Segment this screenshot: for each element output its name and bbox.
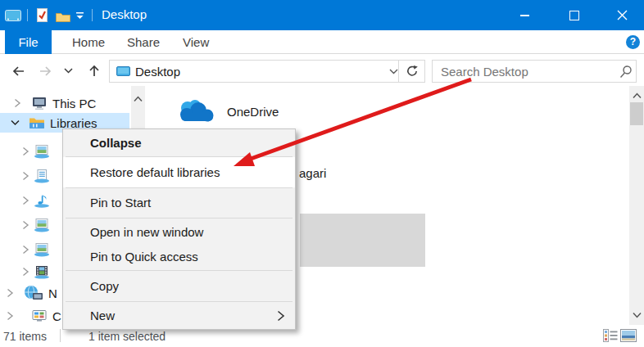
customize-quick-access-toolbar-icon[interactable] xyxy=(76,12,84,20)
new-folder-quick-access-icon[interactable] xyxy=(56,11,70,22)
scroll-up-icon[interactable] xyxy=(134,96,143,102)
sidebar-item-label: C xyxy=(52,309,61,323)
expander-collapsed-icon[interactable] xyxy=(14,98,21,108)
properties-quick-access-icon[interactable] xyxy=(37,8,48,22)
address-dropdown-chevron-icon[interactable] xyxy=(389,69,398,74)
expander-collapsed-icon[interactable] xyxy=(22,245,29,255)
search-box xyxy=(432,60,637,83)
minimize-button[interactable] xyxy=(506,0,543,30)
title-bar: Desktop xyxy=(0,0,644,30)
minimize-icon xyxy=(520,15,529,16)
selected-item-highlight[interactable] xyxy=(300,214,425,267)
sidebar-item-pictures[interactable] xyxy=(0,215,55,235)
sidebar-scrollbar[interactable] xyxy=(131,86,145,128)
sidebar-item-label: N xyxy=(48,286,57,300)
up-icon[interactable] xyxy=(87,64,102,79)
tab-home[interactable]: Home xyxy=(64,30,113,54)
sidebar-item-label: Libraries xyxy=(50,116,98,130)
large-icons-view-icon xyxy=(620,329,637,342)
help-button[interactable]: ? xyxy=(626,35,640,49)
sidebar-item-music[interactable] xyxy=(0,191,55,210)
context-menu: Collapse Restore default libraries Pin t… xyxy=(62,128,296,330)
address-bar[interactable]: Desktop xyxy=(109,60,425,83)
expander-collapsed-icon[interactable] xyxy=(7,311,14,321)
search-input[interactable] xyxy=(433,61,621,82)
recent-locations-chevron-icon[interactable] xyxy=(64,68,73,74)
expander-collapsed-icon[interactable] xyxy=(22,146,29,156)
address-bar-divider xyxy=(398,61,399,82)
camera-roll-library-icon xyxy=(34,145,50,159)
sidebar-item-videos[interactable] xyxy=(0,262,55,282)
sidebar-item-documents[interactable] xyxy=(0,166,55,186)
content-scrollbar[interactable] xyxy=(629,86,644,325)
expander-collapsed-icon[interactable] xyxy=(7,288,14,298)
statusbar-divider xyxy=(60,329,61,342)
desktop-location-icon xyxy=(116,66,130,77)
sidebar-item-control-panel[interactable]: C xyxy=(0,306,61,326)
pictures-library-icon xyxy=(34,219,50,232)
large-icons-view-button[interactable] xyxy=(619,327,637,345)
expander-collapsed-icon[interactable] xyxy=(22,196,29,205)
sidebar-item-this-pc[interactable]: This PC xyxy=(0,93,96,113)
details-view-button[interactable] xyxy=(601,327,619,345)
navigation-bar: Desktop xyxy=(0,54,644,86)
scroll-up-icon[interactable] xyxy=(633,92,642,99)
network-icon xyxy=(23,285,43,302)
search-icon[interactable] xyxy=(619,65,632,79)
submenu-arrow-icon xyxy=(277,310,285,322)
selection-count: 1 item selected xyxy=(88,330,166,343)
file-item-partial-label[interactable]: agari xyxy=(299,166,326,180)
control-panel-icon xyxy=(31,309,48,323)
maximize-icon xyxy=(569,11,579,20)
window-title: Desktop xyxy=(102,7,147,21)
details-view-icon xyxy=(603,329,618,342)
sidebar-item-network[interactable]: N xyxy=(0,282,57,304)
context-menu-item-collapse[interactable]: Collapse xyxy=(63,129,295,156)
expander-expanded-icon[interactable] xyxy=(11,119,20,126)
context-menu-item-new[interactable]: New xyxy=(63,302,295,329)
titlebar-separator xyxy=(27,9,28,21)
this-pc-icon xyxy=(31,97,48,110)
refresh-icon[interactable] xyxy=(406,65,419,78)
file-item-onedrive[interactable]: OneDrive xyxy=(176,96,299,127)
documents-library-icon xyxy=(34,169,50,183)
item-count: 71 items xyxy=(3,330,47,343)
sidebar-item-saved-pictures[interactable] xyxy=(0,240,55,259)
tab-share[interactable]: Share xyxy=(119,30,168,54)
onedrive-cloud-icon xyxy=(176,98,215,125)
context-menu-item-open-in-new-window[interactable]: Open in new window xyxy=(63,219,295,245)
ribbon-tab-bar: File Home Share View xyxy=(0,30,644,54)
context-menu-item-copy[interactable]: Copy xyxy=(63,271,295,301)
expander-collapsed-icon[interactable] xyxy=(22,171,29,181)
music-library-icon xyxy=(34,194,50,208)
expander-collapsed-icon[interactable] xyxy=(22,267,29,277)
maximize-button[interactable] xyxy=(556,0,593,30)
saved-pictures-library-icon xyxy=(34,243,50,257)
tab-file[interactable]: File xyxy=(5,30,52,54)
explorer-window: Desktop File Home Share View ? xyxy=(0,0,644,347)
close-button[interactable] xyxy=(603,0,641,30)
explorer-window-icon xyxy=(5,10,21,22)
address-location: Desktop xyxy=(135,65,180,79)
tab-view[interactable]: View xyxy=(175,30,217,54)
sidebar-item-camera-roll[interactable] xyxy=(0,142,55,161)
close-icon xyxy=(617,10,628,20)
titlebar-separator xyxy=(92,9,93,21)
menu-item-label: New xyxy=(90,309,115,322)
libraries-icon xyxy=(29,116,45,129)
scroll-down-icon[interactable] xyxy=(633,312,642,318)
forward-icon[interactable] xyxy=(38,64,52,79)
file-item-label: OneDrive xyxy=(227,105,279,119)
expander-collapsed-icon[interactable] xyxy=(22,220,29,230)
back-icon[interactable] xyxy=(11,64,26,79)
scrollbar-thumb[interactable] xyxy=(630,102,643,125)
context-menu-item-restore-default-libraries[interactable]: Restore default libraries xyxy=(63,157,295,187)
sidebar-item-label: This PC xyxy=(52,97,96,110)
videos-library-icon xyxy=(34,265,50,279)
context-menu-item-pin-to-quick-access[interactable]: Pin to Quick access xyxy=(63,245,295,270)
context-menu-item-pin-to-start[interactable]: Pin to Start xyxy=(63,188,295,218)
